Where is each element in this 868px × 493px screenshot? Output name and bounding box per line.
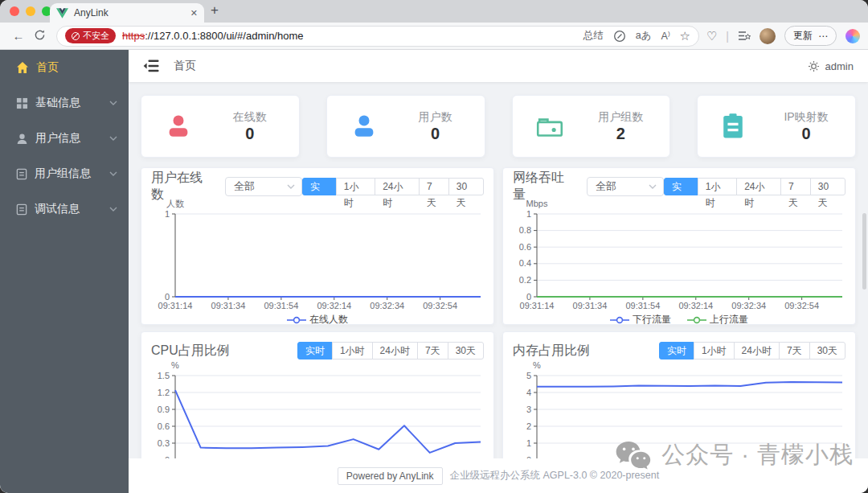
stat-label: IP映射数 xyxy=(784,110,828,123)
dashboard-content: 在线数0 用户数0 用户组数2 IP映射数0 xyxy=(129,82,868,489)
range-button-24小时[interactable]: 24小时 xyxy=(375,178,420,195)
clipboard-icon xyxy=(720,113,746,140)
svg-text:0: 0 xyxy=(526,292,531,302)
chevron-down-icon xyxy=(109,171,117,176)
scrollbar[interactable] xyxy=(862,213,866,290)
range-button-30天[interactable]: 30天 xyxy=(448,342,484,359)
document-icon xyxy=(16,203,27,216)
watermark: 公众号 · 青檬小栈 xyxy=(615,439,854,471)
new-tab-button[interactable]: + xyxy=(211,2,219,18)
more-menu-icon[interactable]: ⋯ xyxy=(818,31,828,42)
url-text: https://127.0.0.1:8800/ui/#/admin/home xyxy=(122,30,583,42)
copilot-icon[interactable] xyxy=(845,29,860,43)
sidebar-item-basic-info[interactable]: 基础信息 xyxy=(0,85,129,121)
time-range-group: 实时1小时24小时7天30天 xyxy=(297,342,484,359)
range-button-1小时[interactable]: 1小时 xyxy=(336,178,375,195)
reload-button[interactable] xyxy=(29,29,50,43)
minimize-window-button[interactable] xyxy=(26,6,35,16)
range-button-1小时[interactable]: 1小时 xyxy=(698,178,737,195)
home-icon xyxy=(16,61,29,74)
range-button-24小时[interactable]: 24小时 xyxy=(736,178,781,195)
back-button[interactable]: ← xyxy=(8,29,29,43)
sidebar-item-user-group-info[interactable]: 用户组信息 xyxy=(0,156,129,191)
range-button-实时[interactable]: 实时 xyxy=(664,178,698,195)
range-button-24小时[interactable]: 24小时 xyxy=(372,342,418,359)
collections-icon[interactable] xyxy=(738,30,751,42)
chart-legend: 在线人数 xyxy=(151,314,484,325)
security-badge[interactable]: 不安全 xyxy=(65,28,116,43)
legend-item-下行流量[interactable]: 下行流量 xyxy=(610,313,671,325)
svg-text:09:32:14: 09:32:14 xyxy=(317,301,351,310)
svg-text:1.2: 1.2 xyxy=(158,388,170,397)
svg-text:09:32:54: 09:32:54 xyxy=(423,301,457,310)
user-menu[interactable]: admin xyxy=(808,60,854,72)
range-button-7天[interactable]: 7天 xyxy=(417,342,448,359)
browser-window: AnyLink ✕ + ← 不安全 https://127.0.0.1:8800… xyxy=(0,0,868,493)
range-button-1小时[interactable]: 1小时 xyxy=(332,342,373,359)
close-window-button[interactable] xyxy=(10,6,19,16)
translate-icon[interactable]: aあ xyxy=(636,29,652,43)
filter-select[interactable]: 全部 xyxy=(587,177,664,196)
legend-item-在线人数[interactable]: 在线人数 xyxy=(287,313,348,325)
profile-avatar[interactable] xyxy=(760,28,776,44)
url-rest: ://127.0.0.1:8800/ui/#/admin/home xyxy=(145,30,303,42)
username: admin xyxy=(825,60,854,72)
svg-text:09:31:54: 09:31:54 xyxy=(625,301,660,310)
svg-text:0.8: 0.8 xyxy=(519,225,531,235)
svg-text:09:31:34: 09:31:34 xyxy=(211,301,246,310)
svg-text:%: % xyxy=(171,361,179,370)
range-button-实时[interactable]: 实时 xyxy=(297,342,333,359)
tab-title: AnyLink xyxy=(74,7,190,18)
svg-text:09:31:14: 09:31:14 xyxy=(158,301,193,310)
svg-text:1: 1 xyxy=(526,209,531,219)
svg-text:1: 1 xyxy=(526,438,531,448)
read-aloud-icon[interactable]: A) xyxy=(661,30,670,42)
range-button-24小时[interactable]: 24小时 xyxy=(734,342,780,359)
svg-text:09:31:14: 09:31:14 xyxy=(520,301,555,310)
range-button-实时[interactable]: 实时 xyxy=(659,342,694,359)
range-button-30天[interactable]: 30天 xyxy=(809,342,845,359)
editor-icon[interactable] xyxy=(613,30,626,43)
user-icon xyxy=(16,133,28,145)
time-range-group: 实时1小时24小时7天30天 xyxy=(302,178,484,195)
range-button-1小时[interactable]: 1小时 xyxy=(694,342,735,359)
sidebar-item-user-info[interactable]: 用户信息 xyxy=(0,121,129,156)
toolbar-separator: | xyxy=(726,30,729,43)
favorite-star-icon[interactable]: ☆ xyxy=(680,29,690,43)
range-button-7天[interactable]: 7天 xyxy=(780,178,811,195)
powered-by-badge[interactable]: Powered by AnyLink xyxy=(338,467,443,485)
folder-icon xyxy=(535,113,564,139)
update-button[interactable]: 更新⋯ xyxy=(784,26,837,46)
stat-card-user-groups: 用户组数2 xyxy=(512,95,671,158)
range-button-30天[interactable]: 30天 xyxy=(448,178,484,195)
sidebar-item-home[interactable]: 首页 xyxy=(0,50,129,85)
browser-toolbar: ← 不安全 https://127.0.0.1:8800/ui/#/admin/… xyxy=(0,23,868,50)
online-user-icon xyxy=(164,113,193,140)
range-button-30天[interactable]: 30天 xyxy=(810,178,845,195)
document-icon xyxy=(16,168,27,180)
time-range-group: 实时1小时24小时7天30天 xyxy=(664,178,845,195)
stat-value: 0 xyxy=(431,125,440,142)
range-button-7天[interactable]: 7天 xyxy=(779,342,810,359)
summarize-button[interactable]: 总结 xyxy=(583,29,604,43)
svg-text:09:32:54: 09:32:54 xyxy=(784,301,819,310)
chart-title: 内存占用比例 xyxy=(513,343,590,359)
range-button-7天[interactable]: 7天 xyxy=(419,178,449,195)
tab-close-icon[interactable]: ✕ xyxy=(190,8,198,18)
stat-cards: 在线数0 用户数0 用户组数2 IP映射数0 xyxy=(141,95,856,158)
svg-text:Mbps: Mbps xyxy=(526,199,548,208)
browser-tab[interactable]: AnyLink ✕ xyxy=(50,3,204,23)
browser-essentials-icon[interactable]: ♡ xyxy=(706,29,717,43)
svg-text:1.5: 1.5 xyxy=(158,371,170,380)
main-area: 首页 admin 在线数0 用户数0 xyxy=(129,50,868,493)
address-bar[interactable]: 不安全 https://127.0.0.1:8800/ui/#/admin/ho… xyxy=(56,26,699,47)
svg-text:0.3: 0.3 xyxy=(158,438,170,448)
svg-text:%: % xyxy=(533,361,541,370)
range-button-实时[interactable]: 实时 xyxy=(302,178,337,195)
sidebar-item-debug-info[interactable]: 调试信息 xyxy=(0,191,129,227)
collapse-sidebar-icon[interactable] xyxy=(143,60,159,72)
filter-select[interactable]: 全部 xyxy=(225,177,302,196)
svg-text:0.6: 0.6 xyxy=(519,242,531,252)
svg-text:0: 0 xyxy=(165,292,170,302)
legend-item-上行流量[interactable]: 上行流量 xyxy=(687,313,748,325)
